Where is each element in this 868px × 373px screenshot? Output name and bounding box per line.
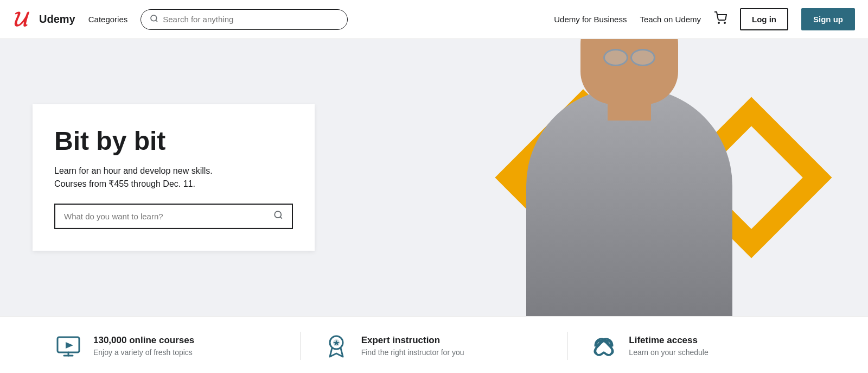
infinity-icon bbox=[590, 332, 618, 360]
udemy-logo-icon: 𝓤 bbox=[13, 9, 35, 30]
stat-lifetime-text: Lifetime access Learn on your schedule bbox=[629, 335, 708, 357]
hero-content-box: Bit by bit Learn for an hour and develop… bbox=[33, 104, 315, 251]
stat-instruction-text: Expert instruction Find the right instru… bbox=[361, 335, 464, 357]
svg-text:𝓤: 𝓤 bbox=[14, 9, 30, 30]
search-input[interactable] bbox=[163, 15, 339, 24]
navbar: 𝓤 Udemy Categories Udemy for Business Te… bbox=[0, 0, 868, 39]
hero-search-input[interactable] bbox=[64, 212, 269, 221]
login-button[interactable]: Log in bbox=[740, 8, 788, 30]
stat-courses-subtitle: Enjoy a variety of fresh topics bbox=[93, 348, 194, 357]
svg-point-5 bbox=[275, 211, 281, 218]
stat-lifetime-subtitle: Learn on your schedule bbox=[629, 348, 708, 357]
stats-section: 130,000 online courses Enjoy a variety o… bbox=[0, 316, 868, 373]
stat-lifetime-title: Lifetime access bbox=[629, 335, 708, 346]
logo-text: Udemy bbox=[39, 13, 75, 26]
svg-point-4 bbox=[724, 22, 725, 23]
categories-button[interactable]: Categories bbox=[84, 12, 132, 26]
svg-marker-10 bbox=[66, 342, 73, 349]
nav-links: Udemy for Business Teach on Udemy Log in… bbox=[554, 8, 855, 30]
stat-instruction-title: Expert instruction bbox=[361, 335, 464, 346]
stat-item-instruction: Expert instruction Find the right instru… bbox=[301, 332, 569, 360]
logo[interactable]: 𝓤 Udemy bbox=[13, 9, 75, 30]
stat-instruction-subtitle: Find the right instructor for you bbox=[361, 348, 464, 357]
award-icon bbox=[322, 332, 350, 360]
signup-button[interactable]: Sign up bbox=[801, 8, 855, 30]
svg-line-2 bbox=[156, 20, 157, 22]
teach-on-udemy-link[interactable]: Teach on Udemy bbox=[640, 15, 701, 24]
udemy-business-link[interactable]: Udemy for Business bbox=[554, 15, 627, 24]
svg-point-3 bbox=[718, 22, 719, 23]
hero-title: Bit by bit bbox=[54, 126, 293, 156]
navbar-search-bar bbox=[141, 9, 348, 30]
hero-person bbox=[521, 39, 738, 316]
hero-subtitle: Learn for an hour and develop new skills… bbox=[54, 165, 293, 191]
cart-icon[interactable] bbox=[714, 11, 727, 28]
hero-section: Bit by bit Learn for an hour and develop… bbox=[0, 39, 868, 316]
hero-search-icon[interactable] bbox=[273, 210, 283, 223]
monitor-icon bbox=[54, 332, 82, 360]
stat-item-courses: 130,000 online courses Enjoy a variety o… bbox=[33, 332, 301, 360]
stat-courses-text: 130,000 online courses Enjoy a variety o… bbox=[93, 335, 194, 357]
svg-point-1 bbox=[151, 15, 157, 21]
stat-item-lifetime: Lifetime access Learn on your schedule bbox=[568, 332, 835, 360]
stat-courses-title: 130,000 online courses bbox=[93, 335, 194, 346]
hero-search-bar bbox=[54, 204, 293, 229]
svg-line-6 bbox=[280, 217, 282, 219]
search-icon bbox=[150, 14, 158, 25]
